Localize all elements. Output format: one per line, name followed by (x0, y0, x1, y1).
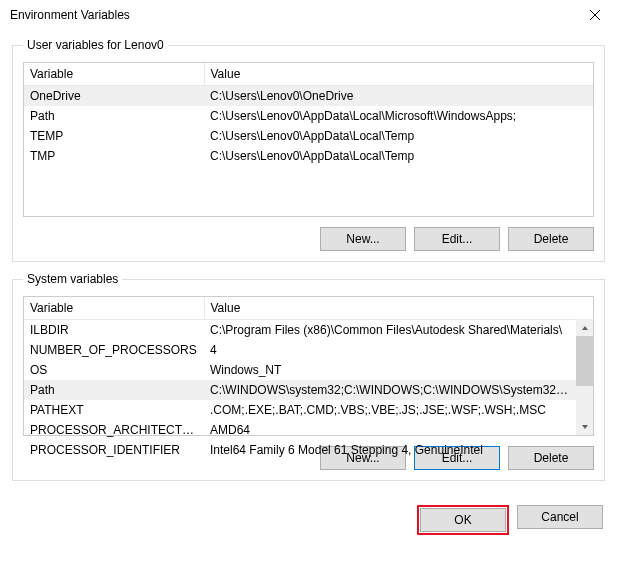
user-new-button[interactable]: New... (320, 227, 406, 251)
user-variables-table-wrap: Variable Value OneDriveC:\Users\Lenov0\O… (23, 62, 594, 217)
system-row[interactable]: NUMBER_OF_PROCESSORS4 (24, 340, 576, 360)
user-var-name: TMP (24, 146, 204, 166)
system-variables-table[interactable]: Variable Value ILBDIRC:\Program Files (x… (24, 297, 576, 460)
cancel-button[interactable]: Cancel (517, 505, 603, 529)
svg-marker-2 (582, 326, 588, 330)
user-var-value: C:\Users\Lenov0\OneDrive (204, 86, 593, 107)
close-icon[interactable] (581, 1, 609, 29)
system-var-name: PROCESSOR_ARCHITECTURE (24, 420, 204, 440)
user-col-value[interactable]: Value (204, 63, 593, 86)
user-variables-legend: User variables for Lenov0 (23, 38, 168, 52)
system-row[interactable]: PathC:\WINDOWS\system32;C:\WINDOWS;C:\WI… (24, 380, 576, 400)
system-var-value: C:\Program Files (x86)\Common Files\Auto… (204, 320, 576, 341)
svg-marker-3 (582, 425, 588, 429)
system-var-value: .COM;.EXE;.BAT;.CMD;.VBS;.VBE;.JS;.JSE;.… (204, 400, 576, 420)
system-row[interactable]: PATHEXT.COM;.EXE;.BAT;.CMD;.VBS;.VBE;.JS… (24, 400, 576, 420)
system-variables-table-wrap: Variable Value ILBDIRC:\Program Files (x… (23, 296, 594, 436)
user-col-variable[interactable]: Variable (24, 63, 204, 86)
system-scrollbar[interactable] (576, 319, 593, 435)
scroll-thumb[interactable] (576, 336, 593, 386)
system-var-value: Windows_NT (204, 360, 576, 380)
user-var-value: C:\Users\Lenov0\AppData\Local\Microsoft\… (204, 106, 593, 126)
ok-highlight: OK (417, 505, 509, 535)
system-variables-legend: System variables (23, 272, 122, 286)
system-variables-group: System variables Variable Value ILBDIRC:… (12, 272, 605, 481)
system-var-name: PATHEXT (24, 400, 204, 420)
ok-button[interactable]: OK (420, 508, 506, 532)
user-row[interactable]: PathC:\Users\Lenov0\AppData\Local\Micros… (24, 106, 593, 126)
user-var-value: C:\Users\Lenov0\AppData\Local\Temp (204, 146, 593, 166)
system-var-value: 4 (204, 340, 576, 360)
user-var-name: OneDrive (24, 86, 204, 107)
system-row[interactable]: PROCESSOR_IDENTIFIERIntel64 Family 6 Mod… (24, 440, 576, 460)
system-row[interactable]: PROCESSOR_ARCHITECTUREAMD64 (24, 420, 576, 440)
user-row[interactable]: TEMPC:\Users\Lenov0\AppData\Local\Temp (24, 126, 593, 146)
dialog-buttons: OK Cancel (0, 499, 617, 547)
user-var-name: TEMP (24, 126, 204, 146)
system-row[interactable]: OSWindows_NT (24, 360, 576, 380)
system-var-name: OS (24, 360, 204, 380)
dialog-content: User variables for Lenov0 Variable Value… (0, 30, 617, 499)
title-bar: Environment Variables (0, 0, 617, 30)
system-var-name: NUMBER_OF_PROCESSORS (24, 340, 204, 360)
user-row[interactable]: OneDriveC:\Users\Lenov0\OneDrive (24, 86, 593, 107)
user-buttons-row: New... Edit... Delete (23, 227, 594, 251)
user-edit-button[interactable]: Edit... (414, 227, 500, 251)
window-title: Environment Variables (10, 8, 130, 22)
system-row[interactable]: ILBDIRC:\Program Files (x86)\Common File… (24, 320, 576, 341)
system-var-name: Path (24, 380, 204, 400)
system-var-value: C:\WINDOWS\system32;C:\WINDOWS;C:\WINDOW… (204, 380, 576, 400)
user-row[interactable]: TMPC:\Users\Lenov0\AppData\Local\Temp (24, 146, 593, 166)
user-delete-button[interactable]: Delete (508, 227, 594, 251)
scroll-down-icon[interactable] (576, 418, 593, 435)
system-var-value: AMD64 (204, 420, 576, 440)
system-var-name: ILBDIR (24, 320, 204, 341)
sys-col-variable[interactable]: Variable (24, 297, 204, 320)
user-variables-group: User variables for Lenov0 Variable Value… (12, 38, 605, 262)
system-var-value: Intel64 Family 6 Model 61 Stepping 4, Ge… (204, 440, 576, 460)
sys-col-value[interactable]: Value (204, 297, 576, 320)
system-var-name: PROCESSOR_IDENTIFIER (24, 440, 204, 460)
user-var-value: C:\Users\Lenov0\AppData\Local\Temp (204, 126, 593, 146)
scroll-up-icon[interactable] (576, 319, 593, 336)
user-var-name: Path (24, 106, 204, 126)
user-variables-table[interactable]: Variable Value OneDriveC:\Users\Lenov0\O… (24, 63, 593, 166)
